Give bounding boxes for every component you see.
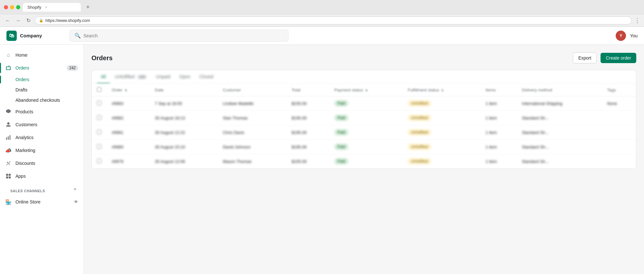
th-tags: Tags xyxy=(602,84,636,96)
tab-close-icon[interactable]: × xyxy=(44,5,48,9)
cell-delivery: International Shipping xyxy=(517,96,602,111)
sidebar-sub-drafts[interactable]: Drafts xyxy=(0,85,83,95)
svg-rect-0 xyxy=(6,137,7,140)
row-checkbox[interactable] xyxy=(97,130,101,134)
minimize-button[interactable] xyxy=(10,5,14,9)
reload-button[interactable]: ↻ xyxy=(24,17,32,24)
browser-menu[interactable]: ⋮ xyxy=(634,17,640,24)
cell-customer: Lindiwe Madeliki xyxy=(218,96,287,111)
th-customer: Customer xyxy=(218,84,287,96)
sales-channels-header: SALES CHANNELS ＋ xyxy=(0,183,83,195)
cell-date: 30 August 15:10 xyxy=(150,140,218,154)
sidebar-item-products[interactable]: Products xyxy=(0,105,83,118)
forward-button[interactable]: → xyxy=(14,17,22,24)
search-input[interactable] xyxy=(83,33,284,38)
orders-badge: 242 xyxy=(67,65,78,71)
cell-payment: Paid xyxy=(329,125,402,140)
filter-tab-unfulfilled[interactable]: Unfulfilled 189 xyxy=(111,70,151,84)
sales-channels-title: SALES CHANNELS xyxy=(5,184,50,194)
svg-rect-2 xyxy=(10,135,11,140)
row-checkbox[interactable] xyxy=(97,144,101,149)
visibility-icon[interactable]: 👁 xyxy=(74,199,78,204)
page-content: Orders Export Create order All Unfulfill… xyxy=(84,45,644,274)
filter-tab-all[interactable]: All xyxy=(97,70,110,84)
create-order-button[interactable]: Create order xyxy=(601,53,636,63)
svg-point-3 xyxy=(7,162,8,163)
cell-order: #9982 xyxy=(107,111,150,125)
cell-fulfillment: Unfulfilled xyxy=(402,96,480,111)
cell-total: $155.00 xyxy=(286,154,329,169)
fulfillment-sort-icon: ⇅ xyxy=(441,89,444,92)
row-checkbox[interactable] xyxy=(97,159,101,163)
filter-tabs[interactable]: All Unfulfilled 189 Unpaid Open Closed xyxy=(92,70,636,84)
sidebar-label-orders: Orders xyxy=(15,65,63,71)
cell-payment: Paid xyxy=(329,111,402,125)
th-payment: Payment status ⇅ xyxy=(329,84,402,96)
sidebar-item-analytics[interactable]: Analytics xyxy=(0,131,83,144)
cell-payment: Paid xyxy=(329,140,402,154)
payment-sort-icon: ⇅ xyxy=(365,89,368,92)
table-row[interactable]: #9979 30 August 12:06 Mason Thomas $155.… xyxy=(92,154,636,169)
cell-fulfillment: Unfulfilled xyxy=(402,125,480,140)
sidebar-item-home[interactable]: ⌂ Home xyxy=(0,49,83,61)
address-bar[interactable]: 🔒 https://www.shopify.com xyxy=(35,16,632,24)
sidebar-item-discounts[interactable]: Discounts xyxy=(0,157,83,170)
sidebar-item-marketing[interactable]: 📣 Marketing xyxy=(0,144,83,157)
cell-delivery: Standard Sh... xyxy=(517,154,602,169)
sidebar-label-customers: Customers xyxy=(15,122,78,127)
cell-tags xyxy=(602,111,636,125)
filter-tab-unpaid[interactable]: Unpaid xyxy=(152,70,174,84)
sidebar-item-orders[interactable]: Orders 242 xyxy=(0,61,83,74)
row-checkbox[interactable] xyxy=(97,101,101,105)
cell-total: $195.00 xyxy=(286,111,329,125)
table-row[interactable]: #9980 30 August 15:10 David Johnson $195… xyxy=(92,140,636,154)
cell-date: 30 August 18:13 xyxy=(150,111,218,125)
search-icon: 🔍 xyxy=(74,33,81,39)
filter-tab-open[interactable]: Open xyxy=(175,70,194,84)
cell-items: 1 item xyxy=(480,96,517,111)
cell-tags xyxy=(602,125,636,140)
browser-chrome: Shopify × + ← → ↻ 🔒 https://www.shopify.… xyxy=(0,0,644,27)
sidebar-item-online-store[interactable]: 🏪 Online Store 👁 xyxy=(0,195,83,208)
browser-tab[interactable]: Shopify × xyxy=(23,3,81,12)
cell-total: $235.00 xyxy=(286,96,329,111)
cell-payment: Paid xyxy=(329,96,402,111)
add-sales-channel-button[interactable]: ＋ xyxy=(72,186,78,192)
browser-titlebar: Shopify × + xyxy=(0,0,644,14)
cell-items: 1 item xyxy=(480,111,517,125)
cell-fulfillment: Unfulfilled xyxy=(402,111,480,125)
page-title: Orders xyxy=(91,54,113,62)
table-header: Order ⇅ Date Customer Total Payment stat… xyxy=(92,84,636,96)
tab-title: Shopify xyxy=(27,5,41,10)
fullscreen-button[interactable] xyxy=(16,5,20,9)
search-bar[interactable]: 🔍 xyxy=(70,30,289,42)
export-button[interactable]: Export xyxy=(573,52,597,63)
new-tab-button[interactable]: + xyxy=(83,3,92,12)
svg-point-4 xyxy=(9,164,10,165)
sidebar-item-apps[interactable]: Apps xyxy=(0,170,83,183)
app-header: 🛍 Company 🔍 Y You xyxy=(0,27,644,45)
cell-customer: Mason Thomas xyxy=(218,154,287,169)
user-name: You xyxy=(630,33,638,38)
avatar: Y xyxy=(616,31,626,41)
svg-rect-7 xyxy=(6,176,8,178)
th-date: Date xyxy=(150,84,218,96)
table-row[interactable]: #9982 30 August 18:13 Stan Thomas $195.0… xyxy=(92,111,636,125)
sidebar-sub-orders[interactable]: Orders xyxy=(0,74,83,85)
sidebar-label-analytics: Analytics xyxy=(15,135,78,140)
sidebar-item-customers[interactable]: Customers xyxy=(0,118,83,131)
table-row[interactable]: #9983 7 Sep at 18:55 Lindiwe Madeliki $2… xyxy=(92,96,636,111)
orders-subnav: Orders Drafts Abandoned checkouts xyxy=(0,74,83,105)
sidebar-sub-abandoned[interactable]: Abandoned checkouts xyxy=(0,95,83,105)
close-button[interactable] xyxy=(4,5,8,9)
cell-tags: None xyxy=(602,96,636,111)
products-icon xyxy=(5,109,12,115)
back-button[interactable]: ← xyxy=(4,17,12,24)
table-row[interactable]: #9981 30 August 12:22 Chris Davis $195.0… xyxy=(92,125,636,140)
row-checkbox[interactable] xyxy=(97,115,101,120)
cell-delivery: Standard Sh... xyxy=(517,140,602,154)
filter-tab-closed[interactable]: Closed xyxy=(195,70,217,84)
marketing-icon: 📣 xyxy=(5,147,12,154)
select-all-checkbox[interactable] xyxy=(97,87,101,92)
cell-order: #9980 xyxy=(107,140,150,154)
